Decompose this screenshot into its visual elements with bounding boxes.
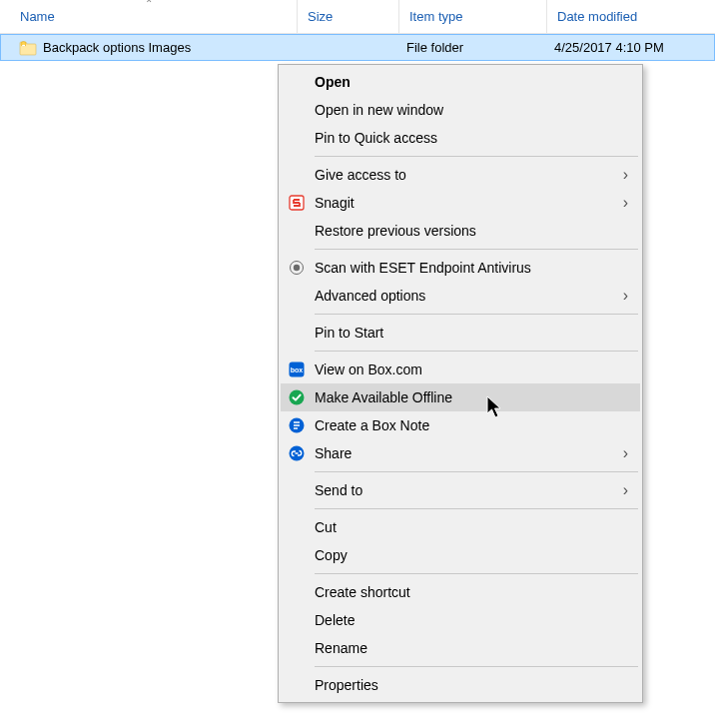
menu-create-shortcut[interactable]: Create shortcut xyxy=(281,578,640,606)
menu-open[interactable]: Open xyxy=(281,68,640,96)
menu-delete[interactable]: Delete xyxy=(281,606,640,634)
blank-icon xyxy=(287,582,307,602)
menu-give-access-to[interactable]: Give access to › xyxy=(281,161,640,189)
menu-restore-previous[interactable]: Restore previous versions xyxy=(281,217,640,245)
column-date-label: Date modified xyxy=(557,9,637,24)
menu-view-on-box[interactable]: box View on Box.com xyxy=(281,356,640,383)
sort-indicator-icon: ⌃ xyxy=(145,0,153,9)
menu-separator xyxy=(315,351,638,352)
chevron-right-icon: › xyxy=(623,444,628,462)
column-header-name[interactable]: ⌃ Name xyxy=(0,0,298,33)
chevron-right-icon: › xyxy=(623,166,628,184)
menu-separator xyxy=(315,573,638,574)
column-header-size[interactable]: Size xyxy=(298,0,399,33)
blank-icon xyxy=(287,100,307,120)
menu-pin-to-start[interactable]: Pin to Start xyxy=(281,319,640,347)
context-menu: Open Open in new window Pin to Quick acc… xyxy=(278,64,643,703)
blank-icon xyxy=(287,480,307,500)
chevron-right-icon: › xyxy=(623,194,628,212)
menu-advanced-options[interactable]: Advanced options › xyxy=(281,282,640,310)
menu-separator xyxy=(315,314,638,315)
menu-separator xyxy=(315,156,638,157)
snagit-icon xyxy=(287,193,307,213)
eset-icon xyxy=(287,258,307,278)
blank-icon xyxy=(287,165,307,185)
chevron-right-icon: › xyxy=(623,287,628,305)
link-icon xyxy=(287,443,307,463)
svg-point-6 xyxy=(290,390,305,405)
cell-date: 4/25/2017 4:10 PM xyxy=(548,40,714,55)
menu-scan-eset[interactable]: Scan with ESET Endpoint Antivirus xyxy=(281,254,640,282)
blank-icon xyxy=(287,675,307,695)
menu-rename[interactable]: Rename xyxy=(281,634,640,662)
svg-text:box: box xyxy=(291,366,304,373)
menu-snagit[interactable]: Snagit › xyxy=(281,189,640,217)
menu-make-available-offline[interactable]: Make Available Offline xyxy=(281,383,640,411)
file-row-selected[interactable]: Backpack options Images File folder 4/25… xyxy=(0,34,715,61)
menu-separator xyxy=(315,471,638,472)
menu-cut[interactable]: Cut xyxy=(281,513,640,541)
cell-type: File folder xyxy=(400,40,548,55)
blank-icon xyxy=(287,545,307,565)
blank-icon xyxy=(287,221,307,241)
column-type-label: Item type xyxy=(409,9,462,24)
menu-properties[interactable]: Properties xyxy=(281,671,640,699)
menu-separator xyxy=(315,666,638,667)
menu-share[interactable]: Share › xyxy=(281,439,640,467)
blank-icon xyxy=(287,610,307,630)
folder-icon xyxy=(19,39,37,57)
check-circle-icon xyxy=(287,387,307,407)
blank-icon xyxy=(287,517,307,537)
chevron-right-icon: › xyxy=(623,481,628,499)
blank-icon xyxy=(287,128,307,148)
note-icon xyxy=(287,415,307,435)
blank-icon xyxy=(287,72,307,92)
blank-icon xyxy=(287,638,307,658)
file-name: Backpack options Images xyxy=(43,40,191,55)
svg-point-3 xyxy=(294,265,300,271)
column-headers: ⌃ Name Size Item type Date modified xyxy=(0,0,715,34)
column-size-label: Size xyxy=(308,9,333,24)
box-logo-icon: box xyxy=(287,360,307,379)
menu-copy[interactable]: Copy xyxy=(281,541,640,569)
menu-send-to[interactable]: Send to › xyxy=(281,476,640,504)
column-name-label: Name xyxy=(20,9,55,24)
column-header-type[interactable]: Item type xyxy=(399,0,547,33)
column-header-date[interactable]: Date modified xyxy=(547,0,715,33)
menu-separator xyxy=(315,249,638,250)
cell-name: Backpack options Images xyxy=(1,39,299,57)
menu-pin-quick-access[interactable]: Pin to Quick access xyxy=(281,124,640,152)
menu-create-box-note[interactable]: Create a Box Note xyxy=(281,411,640,439)
menu-open-new-window[interactable]: Open in new window xyxy=(281,96,640,124)
blank-icon xyxy=(287,286,307,306)
blank-icon xyxy=(287,323,307,343)
menu-separator xyxy=(315,508,638,509)
